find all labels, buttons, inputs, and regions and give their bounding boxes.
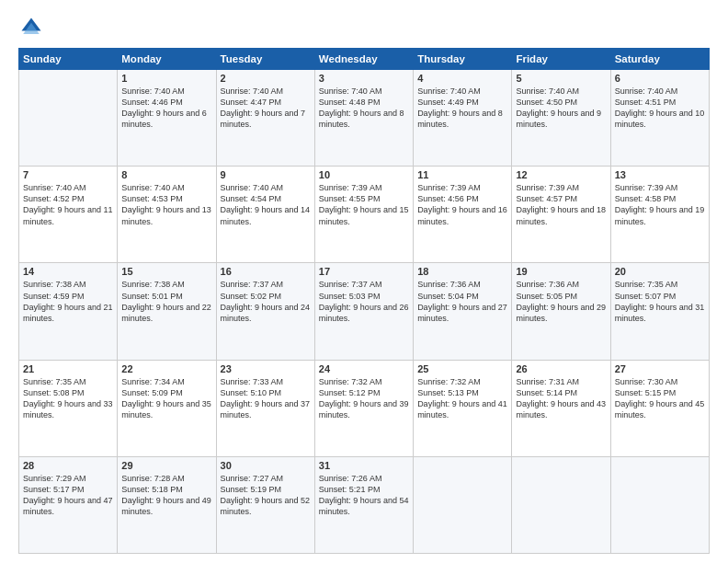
day-info: Sunrise: 7:32 AMSunset: 5:12 PMDaylight:… [319, 376, 409, 421]
week-row-4: 21Sunrise: 7:35 AMSunset: 5:08 PMDayligh… [19, 360, 710, 456]
day-info: Sunrise: 7:35 AMSunset: 5:08 PMDaylight:… [23, 376, 113, 421]
day-info: Sunrise: 7:32 AMSunset: 5:13 PMDaylight:… [417, 376, 507, 421]
day-info: Sunrise: 7:38 AMSunset: 4:59 PMDaylight:… [23, 279, 113, 324]
day-number: 8 [121, 169, 211, 180]
day-number: 24 [319, 363, 409, 374]
calendar-cell [610, 456, 709, 553]
day-number: 20 [615, 266, 705, 277]
day-info: Sunrise: 7:35 AMSunset: 5:07 PMDaylight:… [615, 279, 705, 324]
week-row-3: 14Sunrise: 7:38 AMSunset: 4:59 PMDayligh… [19, 263, 710, 360]
calendar-cell: 12Sunrise: 7:39 AMSunset: 4:57 PMDayligh… [512, 167, 610, 263]
day-number: 15 [121, 266, 211, 277]
day-info: Sunrise: 7:36 AMSunset: 5:04 PMDaylight:… [417, 279, 507, 324]
day-number: 22 [121, 363, 211, 374]
col-header-saturday: Saturday [610, 49, 709, 70]
day-info: Sunrise: 7:37 AMSunset: 5:02 PMDaylight:… [221, 279, 311, 324]
calendar-cell: 25Sunrise: 7:32 AMSunset: 5:13 PMDayligh… [414, 360, 512, 456]
calendar-cell: 19Sunrise: 7:36 AMSunset: 5:05 PMDayligh… [512, 263, 610, 360]
header-row: SundayMondayTuesdayWednesdayThursdayFrid… [19, 49, 710, 70]
header [18, 15, 710, 40]
week-row-5: 28Sunrise: 7:29 AMSunset: 5:17 PMDayligh… [19, 456, 710, 553]
calendar-cell [19, 70, 118, 167]
week-row-1: 1Sunrise: 7:40 AMSunset: 4:46 PMDaylight… [19, 70, 710, 167]
calendar-cell: 11Sunrise: 7:39 AMSunset: 4:56 PMDayligh… [414, 167, 512, 263]
calendar-cell: 16Sunrise: 7:37 AMSunset: 5:02 PMDayligh… [216, 263, 314, 360]
day-info: Sunrise: 7:40 AMSunset: 4:49 PMDaylight:… [417, 86, 507, 131]
calendar-cell: 9Sunrise: 7:40 AMSunset: 4:54 PMDaylight… [216, 167, 314, 263]
calendar-cell: 7Sunrise: 7:40 AMSunset: 4:52 PMDaylight… [19, 167, 118, 263]
day-number: 25 [417, 363, 507, 374]
calendar-cell: 8Sunrise: 7:40 AMSunset: 4:53 PMDaylight… [118, 167, 216, 263]
day-number: 1 [121, 73, 211, 84]
day-number: 3 [319, 73, 409, 84]
day-info: Sunrise: 7:38 AMSunset: 5:01 PMDaylight:… [121, 279, 211, 324]
day-number: 5 [516, 73, 606, 84]
day-info: Sunrise: 7:40 AMSunset: 4:54 PMDaylight:… [221, 182, 311, 227]
calendar-cell: 21Sunrise: 7:35 AMSunset: 5:08 PMDayligh… [19, 360, 118, 456]
calendar-cell [512, 456, 610, 553]
day-info: Sunrise: 7:30 AMSunset: 5:15 PMDaylight:… [615, 376, 705, 421]
logo [18, 15, 48, 40]
page: SundayMondayTuesdayWednesdayThursdayFrid… [0, 0, 728, 563]
day-number: 10 [319, 169, 409, 180]
day-number: 29 [121, 460, 211, 471]
day-number: 28 [23, 460, 113, 471]
day-info: Sunrise: 7:36 AMSunset: 5:05 PMDaylight:… [516, 279, 606, 324]
calendar-cell: 31Sunrise: 7:26 AMSunset: 5:21 PMDayligh… [314, 456, 413, 553]
day-number: 18 [417, 266, 507, 277]
day-info: Sunrise: 7:40 AMSunset: 4:48 PMDaylight:… [319, 86, 409, 131]
day-number: 4 [417, 73, 507, 84]
day-number: 17 [319, 266, 409, 277]
day-number: 26 [516, 363, 606, 374]
day-number: 21 [23, 363, 113, 374]
day-info: Sunrise: 7:37 AMSunset: 5:03 PMDaylight:… [319, 279, 409, 324]
day-number: 30 [221, 460, 311, 471]
day-info: Sunrise: 7:40 AMSunset: 4:51 PMDaylight:… [615, 86, 705, 131]
day-info: Sunrise: 7:31 AMSunset: 5:14 PMDaylight:… [516, 376, 606, 421]
day-number: 23 [221, 363, 311, 374]
day-info: Sunrise: 7:39 AMSunset: 4:56 PMDaylight:… [417, 182, 507, 227]
col-header-thursday: Thursday [414, 49, 512, 70]
day-number: 31 [319, 460, 409, 471]
calendar-cell: 29Sunrise: 7:28 AMSunset: 5:18 PMDayligh… [118, 456, 216, 553]
day-info: Sunrise: 7:40 AMSunset: 4:50 PMDaylight:… [516, 86, 606, 131]
calendar-cell: 18Sunrise: 7:36 AMSunset: 5:04 PMDayligh… [414, 263, 512, 360]
calendar-cell [414, 456, 512, 553]
col-header-tuesday: Tuesday [216, 49, 314, 70]
day-number: 2 [221, 73, 311, 84]
day-number: 13 [615, 169, 705, 180]
col-header-monday: Monday [118, 49, 216, 70]
calendar-cell: 1Sunrise: 7:40 AMSunset: 4:46 PMDaylight… [118, 70, 216, 167]
day-info: Sunrise: 7:26 AMSunset: 5:21 PMDaylight:… [319, 473, 409, 518]
day-number: 7 [23, 169, 113, 180]
logo-icon [18, 15, 44, 40]
calendar-cell: 15Sunrise: 7:38 AMSunset: 5:01 PMDayligh… [118, 263, 216, 360]
day-info: Sunrise: 7:39 AMSunset: 4:55 PMDaylight:… [319, 182, 409, 227]
calendar-cell: 27Sunrise: 7:30 AMSunset: 5:15 PMDayligh… [610, 360, 709, 456]
calendar-cell: 28Sunrise: 7:29 AMSunset: 5:17 PMDayligh… [19, 456, 118, 553]
calendar-cell: 23Sunrise: 7:33 AMSunset: 5:10 PMDayligh… [216, 360, 314, 456]
day-info: Sunrise: 7:27 AMSunset: 5:19 PMDaylight:… [221, 473, 311, 518]
day-info: Sunrise: 7:28 AMSunset: 5:18 PMDaylight:… [121, 473, 211, 518]
calendar-cell: 22Sunrise: 7:34 AMSunset: 5:09 PMDayligh… [118, 360, 216, 456]
day-number: 16 [221, 266, 311, 277]
calendar-cell: 20Sunrise: 7:35 AMSunset: 5:07 PMDayligh… [610, 263, 709, 360]
day-info: Sunrise: 7:39 AMSunset: 4:57 PMDaylight:… [516, 182, 606, 227]
calendar-cell: 2Sunrise: 7:40 AMSunset: 4:47 PMDaylight… [216, 70, 314, 167]
week-row-2: 7Sunrise: 7:40 AMSunset: 4:52 PMDaylight… [19, 167, 710, 263]
day-number: 6 [615, 73, 705, 84]
calendar-cell: 6Sunrise: 7:40 AMSunset: 4:51 PMDaylight… [610, 70, 709, 167]
day-number: 9 [221, 169, 311, 180]
day-number: 11 [417, 169, 507, 180]
col-header-friday: Friday [512, 49, 610, 70]
calendar-cell: 13Sunrise: 7:39 AMSunset: 4:58 PMDayligh… [610, 167, 709, 263]
day-number: 12 [516, 169, 606, 180]
day-info: Sunrise: 7:40 AMSunset: 4:52 PMDaylight:… [23, 182, 113, 227]
calendar-cell: 4Sunrise: 7:40 AMSunset: 4:49 PMDaylight… [414, 70, 512, 167]
calendar-cell: 14Sunrise: 7:38 AMSunset: 4:59 PMDayligh… [19, 263, 118, 360]
day-number: 27 [615, 363, 705, 374]
col-header-sunday: Sunday [19, 49, 118, 70]
calendar-cell: 5Sunrise: 7:40 AMSunset: 4:50 PMDaylight… [512, 70, 610, 167]
calendar-cell: 24Sunrise: 7:32 AMSunset: 5:12 PMDayligh… [314, 360, 413, 456]
day-info: Sunrise: 7:29 AMSunset: 5:17 PMDaylight:… [23, 473, 113, 518]
